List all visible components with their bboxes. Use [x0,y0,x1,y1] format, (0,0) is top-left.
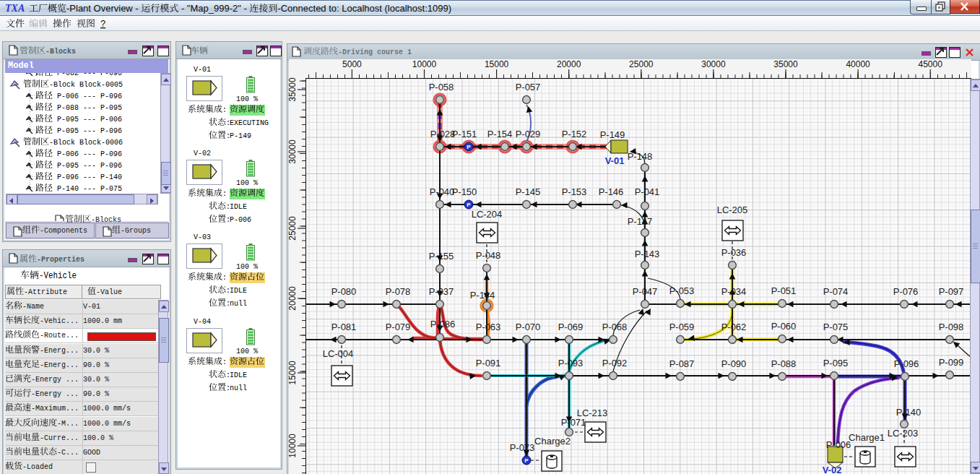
svg-text:P-053: P-053 [669,285,695,296]
svg-text:-Blocks: -Blocks [91,215,121,224]
svg-text:-Vehic...: -Vehic... [40,316,79,325]
svg-text:15000: 15000 [287,361,298,385]
svg-text:P-040: P-040 [430,186,455,197]
svg-text:P-097: P-097 [939,286,964,297]
svg-text:P-091: P-091 [476,358,501,369]
svg-text:P-047: P-047 [633,286,658,297]
svg-text:P-150: P-150 [452,186,477,197]
svg-text:P-060: P-060 [771,321,797,332]
svg-text:P-058: P-058 [429,82,454,92]
svg-text:P-029: P-029 [516,129,541,139]
svg-text:-Name: -Name [22,302,44,311]
svg-text:15000: 15000 [485,59,509,69]
svg-text:-Energy ...: -Energy ... [31,375,79,384]
svg-text:-Vehicle: -Vehicle [39,271,77,281]
svg-text:Charge2: Charge2 [534,436,571,447]
svg-text:LC-004: LC-004 [323,348,354,359]
svg-text:30.0 %: 30.0 % [83,375,109,384]
svg-text:P-057: P-057 [516,82,541,92]
svg-text:P-099: P-099 [939,357,964,368]
svg-text:25000: 25000 [287,216,298,241]
svg-text:V-02: V-02 [823,465,842,474]
svg-text:10000: 10000 [287,434,298,458]
svg-text:Charge1: Charge1 [849,432,885,443]
svg-text:-Energy ...: -Energy ... [31,389,79,398]
svg-text:P-076: P-076 [893,286,919,297]
svg-text:90.0 %: 90.0 % [83,361,109,369]
svg-text:20000: 20000 [557,59,581,69]
svg-text:P-062: P-062 [721,322,747,332]
svg-text:P-086: P-086 [430,319,456,329]
svg-text:-Blocks: -Blocks [45,47,76,56]
svg-text:1000.0 mm/s: 1000.0 mm/s [83,404,131,413]
svg-text:P-153: P-153 [562,186,587,197]
svg-text:P-151: P-151 [452,129,477,139]
svg-text:45000: 45000 [919,59,943,69]
svg-text:-Components: -Components [40,226,87,235]
svg-text:P-152: P-152 [562,129,587,139]
svg-text:P-093: P-093 [558,358,584,369]
svg-text:-C...: -C... [57,448,79,457]
svg-text:-Value: -Value [96,288,122,296]
svg-text:90.0 %: 90.0 % [83,389,109,398]
svg-text:V-04: V-04 [194,317,211,326]
svg-text:P-041: P-041 [635,186,660,197]
svg-text:P: P [467,144,471,150]
svg-text:-Attribute: -Attribute [24,288,67,296]
svg-text:- "Map_999-2" -: - "Map_999-2" - [178,3,249,14]
svg-text:IDLE: IDLE [230,202,247,211]
svg-text:IDLE: IDLE [230,286,247,295]
svg-text:P-149: P-149 [600,129,625,140]
svg-text:P-080: P-080 [331,286,357,297]
svg-text:EXECUTING: EXECUTING [230,118,269,127]
svg-text:30.0 %: 30.0 % [83,346,109,355]
svg-text:V-02: V-02 [194,149,211,158]
svg-text:10000: 10000 [412,59,437,69]
svg-text:P-068: P-068 [602,322,628,332]
svg-text:-Plant Overview -: -Plant Overview - [66,3,141,14]
svg-text:P-048: P-048 [476,250,501,261]
svg-text:P-037: P-037 [429,286,454,297]
svg-text:P-090: P-090 [721,358,747,369]
svg-text:100 %: 100 % [236,347,258,356]
svg-text:P: P [467,202,471,208]
svg-text:P-006: P-006 [230,215,251,224]
svg-text:30000: 30000 [287,139,298,164]
svg-text:-M...: -M... [57,419,79,428]
svg-text:-Route...: -Route... [40,331,79,340]
svg-text:1000.0 mm/s: 1000.0 mm/s [83,419,131,428]
svg-text:25000: 25000 [629,59,654,69]
svg-text:P-071: P-071 [561,417,586,428]
svg-text:P-079: P-079 [386,322,411,332]
svg-text:P-006: P-006 [826,439,851,450]
svg-text:P-098: P-098 [939,322,964,332]
svg-text:P-144: P-144 [470,290,495,301]
svg-text::: : [222,105,227,114]
svg-text:P-096: P-096 [894,358,919,369]
svg-text:100 %: 100 % [236,95,258,103]
svg-text::: : [222,358,227,366]
svg-text:P-092: P-092 [602,358,628,369]
svg-text:P-063: P-063 [476,322,501,332]
svg-text:-Curre...: -Curre... [40,434,79,442]
svg-text:P-095: P-095 [823,358,849,369]
svg-text:P-087: P-087 [669,358,695,369]
svg-text:-Loaded: -Loaded [22,462,53,471]
svg-text:P: P [524,457,529,464]
svg-text:P-051: P-051 [771,285,797,296]
svg-text:-Properties: -Properties [37,255,84,264]
svg-text:P-088: P-088 [771,358,797,369]
svg-text:P-148: P-148 [628,151,653,162]
svg-text:100.0 %: 100.0 % [83,434,113,442]
svg-text:V-01: V-01 [605,155,625,166]
svg-text:LC-205: LC-205 [717,204,748,215]
svg-text:-Driving course 1: -Driving course 1 [338,48,412,56]
svg-text:100 %: 100 % [236,178,258,187]
svg-text:IDLE: IDLE [230,371,247,379]
svg-text:40000: 40000 [846,59,870,69]
svg-text:V-03: V-03 [194,233,211,241]
svg-text:35000: 35000 [773,59,798,69]
svg-text::: : [222,189,227,198]
svg-text:GOOD: GOOD [83,448,100,457]
svg-text:P-075: P-075 [823,322,849,332]
